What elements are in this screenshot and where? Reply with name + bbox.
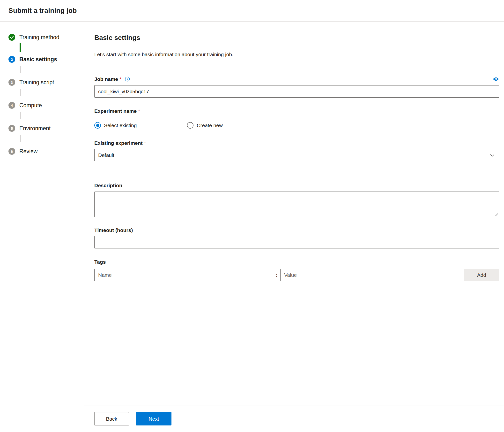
tags-label-row: Tags [94, 259, 499, 265]
experiment-name-label: Experiment name [94, 108, 137, 114]
description-label-row: Description [94, 183, 499, 188]
submit-training-job-page: Submit a training job Training method 2 … [0, 0, 504, 432]
step-connector [9, 89, 84, 102]
required-marker: * [144, 140, 146, 146]
radio-select-existing[interactable]: Select existing [94, 122, 137, 129]
tag-name-input[interactable] [94, 269, 273, 281]
step-environment[interactable]: 5 Environment [9, 125, 84, 132]
job-name-label: Job name [94, 76, 118, 82]
tag-value-input[interactable] [280, 269, 459, 281]
step-training-script[interactable]: 3 Training script [9, 79, 84, 86]
wizard-footer: Back Next [84, 406, 504, 432]
step-compute[interactable]: 4 Compute [9, 102, 84, 109]
basic-settings-form: Basic settings Let's start with some bas… [84, 22, 504, 406]
step-training-method[interactable]: Training method [9, 34, 84, 41]
required-marker: * [119, 76, 121, 82]
step-label-training-method: Training method [19, 34, 59, 41]
radio-select-existing-label: Select existing [104, 122, 137, 128]
wizard-stepper: Training method 2 Basic settings 3 Train… [0, 22, 84, 432]
step-connector [9, 66, 84, 79]
page-header: Submit a training job [0, 0, 504, 22]
existing-experiment-selected-value: Default [98, 152, 114, 158]
section-title: Basic settings [94, 34, 499, 42]
job-name-input[interactable] [94, 85, 499, 98]
next-button[interactable]: Next [136, 412, 171, 425]
add-tag-button[interactable]: Add [464, 269, 499, 281]
step-label-training-script: Training script [19, 79, 54, 86]
experiment-name-radio-group: Select existing Create new [94, 122, 499, 129]
tags-label: Tags [94, 259, 106, 265]
tag-separator: : [276, 272, 277, 278]
radio-unselected-icon [187, 122, 193, 129]
timeout-input[interactable] [94, 236, 499, 248]
step-connector [9, 43, 84, 56]
step-label-environment: Environment [19, 125, 51, 132]
step-connector [9, 112, 84, 125]
description-field-wrap [94, 192, 499, 217]
existing-experiment-label: Existing experiment [94, 140, 143, 146]
step-number-badge: 5 [9, 125, 15, 132]
step-number-badge: 3 [9, 79, 15, 86]
back-button[interactable]: Back [94, 412, 129, 425]
step-basic-settings[interactable]: 2 Basic settings [9, 56, 84, 63]
step-label-basic-settings: Basic settings [19, 56, 57, 63]
page-body: Training method 2 Basic settings 3 Train… [0, 22, 504, 432]
radio-create-new[interactable]: Create new [187, 122, 223, 129]
step-number-badge: 2 [9, 56, 15, 63]
timeout-label-row: Timeout (hours) [94, 227, 499, 233]
description-label: Description [94, 183, 122, 188]
step-number-badge: 4 [9, 102, 15, 109]
eye-icon[interactable] [493, 76, 499, 82]
step-number-badge: 6 [9, 148, 15, 155]
radio-create-new-label: Create new [197, 122, 223, 128]
chevron-down-icon [489, 152, 495, 158]
existing-experiment-dropdown[interactable]: Default [94, 149, 499, 161]
page-title: Submit a training job [9, 7, 77, 15]
tags-input-row: : Add [94, 269, 499, 281]
step-connector [9, 135, 84, 148]
step-complete-icon [9, 34, 15, 41]
existing-experiment-label-row: Existing experiment * [94, 140, 499, 146]
job-name-label-row: Job name * [94, 76, 499, 82]
radio-selected-icon [94, 122, 101, 129]
info-icon[interactable] [124, 76, 130, 82]
required-marker: * [138, 108, 140, 114]
main-panel: Basic settings Let's start with some bas… [84, 22, 504, 432]
section-subtitle: Let's start with some basic information … [94, 51, 499, 58]
step-label-compute: Compute [19, 102, 42, 109]
step-label-review: Review [19, 148, 37, 155]
experiment-name-label-row: Experiment name * [94, 108, 499, 114]
timeout-label: Timeout (hours) [94, 227, 133, 233]
description-textarea[interactable] [94, 192, 499, 217]
step-review[interactable]: 6 Review [9, 148, 84, 155]
